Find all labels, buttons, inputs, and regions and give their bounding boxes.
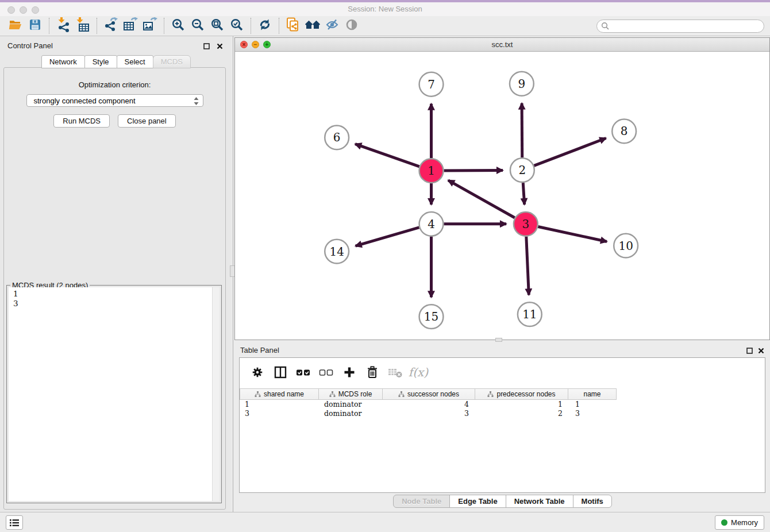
edge-3-1[interactable] bbox=[448, 180, 515, 218]
zoom-fit-button[interactable] bbox=[207, 17, 227, 34]
zoom-in-button[interactable] bbox=[168, 17, 188, 34]
criterion-dropdown[interactable]: strongly connected component bbox=[26, 94, 203, 107]
attribute-tree-icon bbox=[398, 391, 405, 398]
unselect-all-button[interactable] bbox=[318, 364, 335, 380]
save-session-button[interactable] bbox=[25, 17, 45, 34]
toolbar-separator bbox=[164, 18, 164, 34]
table-row[interactable]: 1dominator411 bbox=[240, 400, 619, 409]
edge-2-3[interactable] bbox=[523, 183, 524, 205]
export-table-button[interactable] bbox=[121, 17, 140, 34]
edge-1-6[interactable] bbox=[355, 144, 419, 167]
select-all-button[interactable] bbox=[295, 364, 312, 380]
table-cell: 3 bbox=[240, 409, 319, 418]
close-panel-icon[interactable] bbox=[217, 41, 223, 52]
network-window-titlebar[interactable]: × − + scc.txt bbox=[235, 38, 769, 52]
table-delete-icon bbox=[388, 366, 403, 379]
tab-motifs[interactable]: Motifs bbox=[573, 495, 612, 508]
attribute-tree-icon bbox=[329, 391, 336, 398]
show-all-button[interactable] bbox=[342, 17, 361, 34]
float-panel-icon[interactable] bbox=[203, 41, 210, 52]
network-graph[interactable]: 1234678910111415 bbox=[235, 52, 769, 340]
network-canvas[interactable]: 1234678910111415 bbox=[235, 52, 769, 340]
show-columns-button[interactable] bbox=[272, 364, 289, 380]
table-row[interactable]: 3dominator323 bbox=[240, 409, 619, 418]
column-header-successor-nodes[interactable]: successor nodes bbox=[382, 388, 475, 400]
network-window-title: scc.txt bbox=[235, 40, 769, 49]
first-neighbors-button[interactable] bbox=[303, 17, 322, 34]
close-panel-icon[interactable] bbox=[758, 346, 764, 356]
run-mcds-button[interactable]: Run MCDS bbox=[53, 114, 110, 128]
zoom-out-button[interactable] bbox=[188, 17, 207, 34]
save-floppy-icon bbox=[28, 18, 42, 34]
export-network-icon bbox=[103, 17, 118, 34]
plus-icon bbox=[342, 365, 356, 379]
node-label-11: 11 bbox=[522, 308, 537, 321]
node-table-body: 1dominator4113dominator323 bbox=[240, 400, 619, 418]
float-panel-icon[interactable] bbox=[746, 346, 753, 356]
node-label-7: 7 bbox=[428, 78, 435, 91]
tab-style[interactable]: Style bbox=[84, 55, 117, 68]
hide-selected-button[interactable] bbox=[322, 17, 342, 34]
create-column-button[interactable] bbox=[341, 364, 358, 380]
edge-2-9[interactable] bbox=[522, 103, 522, 158]
attribute-tree-icon bbox=[487, 391, 494, 398]
task-history-button[interactable] bbox=[6, 515, 23, 530]
control-panel-title: Control Panel bbox=[7, 41, 53, 50]
table-cell: 1 bbox=[477, 400, 571, 409]
titlebar: Session: New Session bbox=[0, 2, 770, 16]
export-network-button[interactable] bbox=[101, 17, 121, 34]
memory-button[interactable]: Memory bbox=[715, 515, 764, 530]
import-table-button[interactable] bbox=[73, 17, 93, 34]
export-image-button[interactable] bbox=[140, 17, 160, 34]
table-cell: 3 bbox=[384, 409, 477, 418]
tab-edge-table[interactable]: Edge Table bbox=[449, 495, 506, 508]
column-header-label: name bbox=[583, 390, 600, 398]
split-panel-icon bbox=[274, 365, 287, 379]
node-table-header: shared nameMCDS rolesuccessor nodesprede… bbox=[240, 388, 617, 400]
tab-mcds[interactable]: MCDS bbox=[153, 55, 191, 68]
double-home-icon bbox=[305, 18, 321, 34]
column-header-predecessor-nodes[interactable]: predecessor nodes bbox=[475, 388, 568, 400]
refresh-icon bbox=[258, 18, 272, 34]
list-icon bbox=[9, 518, 20, 527]
column-header-shared-name[interactable]: shared name bbox=[240, 388, 319, 400]
node-label-9: 9 bbox=[518, 78, 526, 91]
delete-column-button[interactable] bbox=[364, 364, 381, 380]
open-session-button[interactable] bbox=[6, 17, 25, 34]
table-cell: 4 bbox=[384, 400, 477, 409]
zoom-fit-icon bbox=[210, 18, 224, 34]
result-scrollbar[interactable] bbox=[212, 287, 220, 501]
mcds-result-textarea[interactable]: 13 bbox=[9, 287, 220, 501]
tab-select[interactable]: Select bbox=[117, 55, 153, 68]
import-network-button[interactable] bbox=[53, 17, 73, 34]
horizontal-splitter-grip[interactable] bbox=[495, 338, 502, 342]
fx-icon: f(x) bbox=[409, 365, 428, 379]
edge-3-10[interactable] bbox=[538, 226, 607, 241]
zoom-selected-button[interactable] bbox=[227, 17, 247, 34]
chevron-up-down-icon bbox=[192, 97, 200, 107]
tab-node-table[interactable]: Node Table bbox=[393, 495, 450, 508]
export-image-icon bbox=[143, 17, 157, 34]
apply-layout-button[interactable] bbox=[255, 17, 275, 34]
edge-4-14[interactable] bbox=[356, 228, 419, 246]
table-cell: 2 bbox=[477, 409, 571, 418]
zoom-selected-icon bbox=[230, 18, 244, 34]
edge-3-11[interactable] bbox=[526, 237, 529, 295]
edge-1-2[interactable] bbox=[444, 170, 503, 171]
mcds-result-line: 3 bbox=[13, 299, 215, 309]
toolbar-separator bbox=[251, 18, 251, 34]
search-input[interactable] bbox=[596, 20, 764, 33]
mcds-result-group: MCDS result (2 nodes) 13 bbox=[6, 285, 222, 503]
column-header-label: shared name bbox=[264, 390, 304, 398]
tab-network[interactable]: Network bbox=[41, 55, 85, 68]
table-cell: 1 bbox=[571, 400, 619, 409]
edge-2-8[interactable] bbox=[534, 138, 606, 166]
tab-network-table[interactable]: Network Table bbox=[506, 495, 573, 508]
column-header-name[interactable]: name bbox=[568, 388, 617, 400]
close-panel-button[interactable]: Close panel bbox=[118, 114, 176, 128]
table-settings-button[interactable] bbox=[249, 364, 266, 380]
duplicate-network-button[interactable] bbox=[283, 17, 303, 34]
column-header-MCDS-role[interactable]: MCDS role bbox=[318, 388, 383, 400]
application-window: Session: New Session Control Panel bbox=[0, 0, 770, 532]
search-icon bbox=[601, 22, 610, 33]
